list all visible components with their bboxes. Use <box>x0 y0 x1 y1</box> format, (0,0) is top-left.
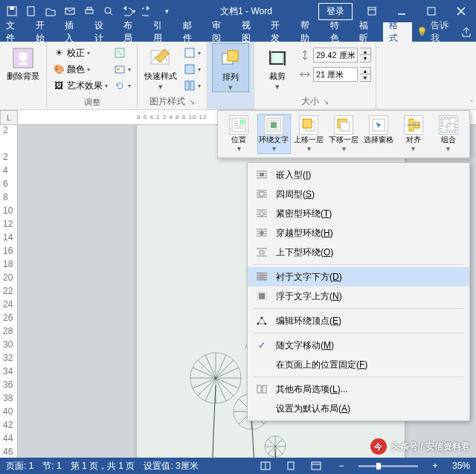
svg-line-26 <box>216 360 234 378</box>
tab-references[interactable]: 引用 <box>147 22 177 42</box>
menu-move-with-text[interactable]: ✓随文字移动(M) <box>248 336 469 355</box>
qat-new-button[interactable] <box>22 2 40 20</box>
picture-effects-button[interactable]: ▾ <box>182 61 202 77</box>
menu-behind-text[interactable]: 衬于文字下方(D) <box>248 267 469 286</box>
width-field[interactable]: ▲▼ <box>299 67 371 82</box>
svg-line-39 <box>193 368 216 378</box>
width-spinner[interactable]: ▲▼ <box>360 67 371 82</box>
menu-edit-wrap-points[interactable]: 编辑环绕顶点(E) <box>248 311 469 330</box>
height-field[interactable]: ▲▼ <box>299 48 371 63</box>
qat-undo-button[interactable]: ▾ <box>119 2 137 20</box>
svg-rect-16 <box>185 65 194 74</box>
view-print-button[interactable] <box>283 461 299 470</box>
status-page[interactable]: 页面: 1 <box>6 460 33 473</box>
arrange-dropdown-panel: 位置▾ 环绕文字▾ 上移一层▾ 下移一层▾ 选择窗格 对齐▾ 组合▾ <box>217 110 470 158</box>
tight-icon <box>255 208 268 220</box>
menu-through[interactable]: 穿越型环绕(H) <box>248 223 469 243</box>
status-section[interactable]: 节: 1 <box>42 460 61 473</box>
vertical-ruler[interactable]: 2246810121416182022242628303234363840424… <box>0 125 18 458</box>
reset-picture-button[interactable]: ▾ <box>112 77 132 94</box>
color-button[interactable]: 🎨颜色▾ <box>51 61 109 77</box>
login-button[interactable]: 登录 <box>318 3 353 20</box>
menu-topbottom[interactable]: 上下型环绕(O) <box>248 243 469 262</box>
menu-more-layout[interactable]: 其他布局选项(L)... <box>248 379 469 399</box>
selection-pane-button[interactable]: 选择窗格 <box>362 114 396 154</box>
ribbon-group-background: 删除背景 . <box>0 42 47 109</box>
corrections-button[interactable]: ☀校正▾ <box>51 45 109 61</box>
svg-point-81 <box>265 323 267 325</box>
zoom-level[interactable]: 35% <box>452 461 470 471</box>
tab-home[interactable]: 开始 <box>30 22 60 42</box>
svg-rect-15 <box>185 48 194 57</box>
status-setvalue[interactable]: 设置值: 3厘米 <box>144 460 198 473</box>
svg-line-37 <box>205 378 216 401</box>
layout-icon <box>184 80 196 92</box>
menu-fix-position[interactable]: 在页面上的位置固定(F) <box>248 355 469 374</box>
svg-rect-71 <box>443 119 450 126</box>
artistic-effects-button[interactable]: 🖼艺术效果▾ <box>51 77 109 94</box>
remove-background-button[interactable]: 删除背景 <box>4 43 42 80</box>
tab-developer[interactable]: 开发 <box>265 22 295 42</box>
tab-file[interactable]: 文件 <box>0 22 30 42</box>
tab-format[interactable]: 格式 <box>383 22 413 42</box>
tell-me-search[interactable]: 💡告诉我 <box>416 22 457 42</box>
tab-view[interactable]: 视图 <box>236 22 266 42</box>
width-input[interactable] <box>313 67 358 82</box>
menu-tight[interactable]: 紧密型环绕(T) <box>248 204 469 223</box>
view-read-button[interactable] <box>257 461 274 470</box>
tab-review[interactable]: 审阅 <box>206 22 236 42</box>
tab-layout[interactable]: 布局 <box>118 22 147 42</box>
menu-set-default[interactable]: 设置为默认布局(A) <box>248 399 469 418</box>
zoom-in-button[interactable]: + <box>427 461 443 471</box>
dialog-launcher-icon[interactable]: ↘ <box>189 97 195 106</box>
menu-inline[interactable]: 嵌入型(I) <box>248 165 469 185</box>
qat-print-button[interactable] <box>80 2 98 20</box>
position-button[interactable]: 位置▾ <box>222 114 256 154</box>
dialog-launcher-icon[interactable]: ↘ <box>323 97 329 106</box>
tab-design[interactable]: 设计 <box>89 22 118 42</box>
svg-rect-2 <box>28 7 34 16</box>
zoom-slider[interactable] <box>358 465 418 467</box>
styles-icon <box>149 46 173 70</box>
height-input[interactable] <box>313 48 358 63</box>
change-picture-button[interactable]: ▾ <box>112 61 132 77</box>
tab-insert[interactable]: 插入 <box>59 22 89 42</box>
tab-special[interactable]: 特色 <box>324 22 354 42</box>
qat-customize-button[interactable]: ▾ <box>158 2 176 20</box>
group-button[interactable]: 组合▾ <box>431 114 465 154</box>
wrap-text-button[interactable]: 环绕文字▾ <box>257 114 291 154</box>
align-button[interactable]: 对齐▾ <box>396 114 430 154</box>
compress-button[interactable] <box>112 45 132 61</box>
picture-border-button[interactable]: ▾ <box>182 45 202 61</box>
qat-save-button[interactable] <box>3 2 21 20</box>
status-pagecount[interactable]: 第 1 页，共 1 页 <box>71 460 135 473</box>
qat-preview-button[interactable] <box>100 2 118 20</box>
tab-foxit[interactable]: 福昕 <box>353 22 383 42</box>
menu-square[interactable]: 四周型(S) <box>248 185 469 204</box>
tab-help[interactable]: 帮助 <box>295 22 324 42</box>
svg-line-38 <box>193 378 216 388</box>
tab-mailings[interactable]: 邮件 <box>177 22 207 42</box>
view-web-button[interactable] <box>308 461 324 470</box>
artistic-icon: 🖼 <box>53 80 65 92</box>
bring-forward-button[interactable]: 上移一层▾ <box>292 114 326 154</box>
quick-styles-button[interactable]: 快速样式▾ <box>142 43 179 91</box>
compress-icon <box>114 47 126 59</box>
crop-button[interactable]: 裁剪▾ <box>259 43 296 91</box>
svg-line-34 <box>216 368 239 378</box>
svg-point-80 <box>261 317 263 319</box>
picture-layout-button[interactable]: ▾ <box>182 77 202 94</box>
menu-front-text[interactable]: 浮于文字上方(N) <box>248 286 469 306</box>
height-spinner[interactable]: ▲▼ <box>360 48 371 63</box>
ribbon-group-adjust: ☀校正▾ 🎨颜色▾ 🖼艺术效果▾ ▾ ▾ 调整 <box>47 42 138 109</box>
svg-line-50 <box>275 439 283 446</box>
qat-open-button[interactable] <box>42 2 60 20</box>
share-button[interactable] <box>457 22 476 42</box>
qat-mail-button[interactable] <box>61 2 79 20</box>
zoom-out-button[interactable]: − <box>333 461 350 471</box>
arrange-button[interactable]: 排列▾ <box>212 43 249 92</box>
window-title: 文档1 - Word <box>178 5 314 18</box>
send-backward-button[interactable]: 下移一层▾ <box>327 114 361 154</box>
collapse-ribbon-button[interactable]: ˇ <box>471 100 473 108</box>
qat-redo-button[interactable] <box>138 2 156 20</box>
